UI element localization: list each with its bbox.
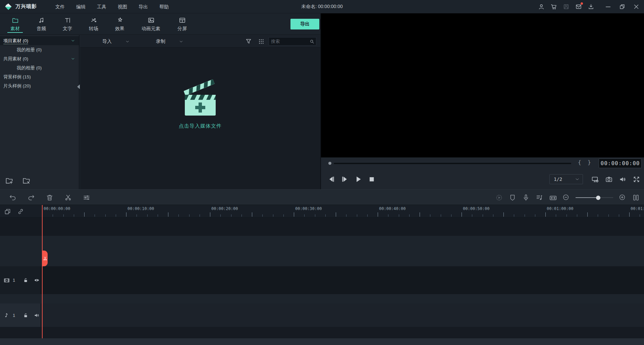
zoom-in-icon[interactable] [619,194,627,202]
zoom-slider-handle[interactable] [596,196,600,200]
video-viewport [321,13,644,157]
close-icon[interactable] [633,3,640,10]
effects-icon [116,16,124,24]
download-icon[interactable] [587,3,595,10]
collapse-sidebar-icon[interactable] [77,84,80,89]
audio-mixer-icon[interactable] [535,194,543,202]
tab-text[interactable]: 文字 [54,13,80,34]
ruler-tick [545,212,546,217]
track-manager-icon[interactable] [4,208,11,215]
seek-bar[interactable] [334,163,571,164]
restore-icon[interactable] [619,3,626,10]
playhead-handle[interactable] [43,251,48,266]
undo-icon[interactable] [9,194,17,202]
mail-icon[interactable] [575,3,582,10]
voiceover-mic-icon[interactable] [522,194,530,202]
filter-icon[interactable] [245,38,253,46]
chevron-down-icon [575,177,580,182]
snapshot-icon[interactable] [605,175,613,184]
display-settings-icon[interactable] [591,175,599,184]
preview-quality-dropdown[interactable]: 1/2 [549,174,583,184]
zoom-slider[interactable] [576,195,613,200]
ruler-tick [640,214,640,217]
add-folder-icon[interactable] [5,176,14,185]
sidebar-item-2[interactable]: 共用素材 (0) [0,54,79,63]
cart-icon[interactable] [550,3,557,10]
eye-icon[interactable] [34,277,40,283]
fit-timeline-icon[interactable] [549,194,557,202]
ruler-tick [346,214,346,217]
timeline-ruler[interactable]: 00:00:00:0000:00:10:0000:00:20:0000:00:3… [41,205,644,218]
menu-item-2[interactable]: 工具 [91,0,112,13]
tab-effects[interactable]: 效果 [107,13,133,34]
record-button[interactable]: 录制 [156,35,183,48]
stop-icon[interactable] [367,175,376,184]
timeline-lane-empty [0,327,644,338]
import-media-dropzone[interactable]: 点击导入媒体文件 [178,78,222,129]
track-view-toggle-icon[interactable] [632,194,640,202]
ruler-label: 00:00:20:00 [211,206,238,211]
chevron-down-icon[interactable] [70,38,75,43]
chevron-down-icon[interactable] [125,39,130,44]
zoom-slider-track[interactable] [576,197,613,198]
account-icon[interactable] [538,3,545,10]
mark-out-button[interactable]: } [588,159,591,165]
zoom-out-icon[interactable] [562,194,570,202]
sidebar-item-1[interactable]: 我的相册 (0) [0,45,79,54]
minimize-icon[interactable] [604,3,612,10]
sidebar-item-5[interactable]: 片头样例 (20) [0,81,79,90]
sidebar-item-4[interactable]: 背景样例 (15) [0,72,79,81]
search-icon[interactable] [309,39,315,45]
ruler-tick [441,214,441,217]
tab-transition[interactable]: 转场 [80,13,107,34]
delete-folder-icon[interactable] [22,176,31,185]
menu-item-0[interactable]: 文件 [50,0,70,13]
speaker-icon[interactable] [34,312,40,319]
delete-icon[interactable] [46,194,54,202]
link-icon[interactable] [17,208,24,215]
menu-item-5[interactable]: 帮助 [154,0,174,13]
record-label: 录制 [156,39,165,45]
grid-view-icon[interactable] [257,38,265,46]
sidebar-item-3[interactable]: 我的相册 (0) [0,63,79,72]
tab-elements[interactable]: 动画元素 [133,13,169,34]
play-icon[interactable] [354,175,363,184]
split-icon [178,16,186,24]
unlock-icon[interactable] [22,312,29,319]
menu-item-1[interactable]: 编辑 [70,0,91,13]
ruler-tick [137,214,137,217]
timeline-scrollbar-area[interactable] [0,338,644,345]
menu-item-3[interactable]: 视图 [112,0,133,13]
ruler-tick [514,214,514,217]
next-frame-icon[interactable] [340,175,349,184]
tab-media[interactable]: 素材 [2,13,28,34]
import-button[interactable]: 导入 [102,35,130,48]
video-track-lane[interactable]: 1 [0,266,644,294]
menu-item-4[interactable]: 导出 [133,0,154,13]
search-input[interactable] [269,38,309,45]
split-scissors-icon[interactable] [64,194,72,202]
export-button[interactable]: 导出 [290,19,319,29]
splice-scissors-icon [43,256,47,261]
fullscreen-icon[interactable] [632,175,641,184]
audio-track-lane[interactable]: 1 [0,303,644,327]
chevron-down-icon[interactable] [179,39,183,44]
chevron-down-icon[interactable] [70,56,75,61]
mark-in-button[interactable]: { [578,159,581,165]
timeline: 00:00:00:0000:00:10:0000:00:20:0000:00:3… [0,205,644,345]
sidebar-item-0[interactable]: 项目素材 (0) [0,36,79,45]
unlock-icon[interactable] [22,277,29,283]
timeline-view-tools [495,190,640,205]
save-icon[interactable] [562,3,570,10]
tab-audio[interactable]: 音频 [28,13,54,34]
marker-icon[interactable] [508,194,517,202]
sidebar-item-label: 片头样例 (20) [3,83,31,89]
seek-handle[interactable] [328,162,331,165]
previous-frame-icon[interactable] [327,175,336,184]
timeline-toolbar [0,189,644,205]
speaker-icon[interactable] [619,175,627,184]
tab-split[interactable]: 分屏 [169,13,195,34]
render-preview-icon[interactable] [495,194,503,202]
properties-icon[interactable] [83,194,91,202]
redo-icon[interactable] [27,194,35,202]
